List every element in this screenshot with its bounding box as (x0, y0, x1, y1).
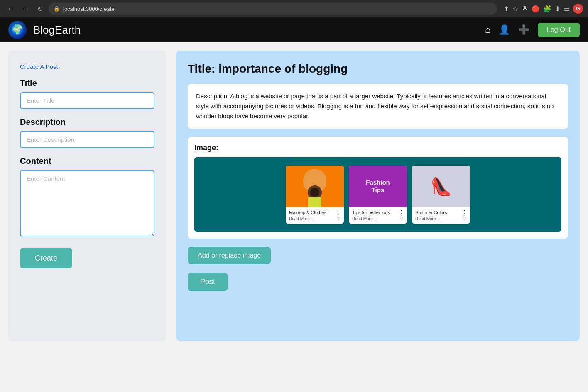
preview-description: Description: A blog is a website or page… (188, 84, 568, 129)
card-footer-3: Summer Colors ⋮ Read More → ♡ (412, 207, 470, 224)
preview-title: Title: importance of blogging (188, 62, 568, 75)
title-input[interactable] (20, 92, 154, 109)
card-readmore-2[interactable]: Read More → (352, 217, 378, 221)
add-icon[interactable]: ➕ (518, 24, 529, 35)
card-image-2: FashionTips (349, 166, 407, 207)
card-readmore-1[interactable]: Read More → (289, 217, 315, 221)
card-readmore-3[interactable]: Read More → (415, 217, 441, 221)
download-icon[interactable]: ⬇ (555, 5, 560, 13)
create-post-panel: Create A Post Title Description Content … (8, 51, 166, 341)
card-heart-1[interactable]: ♡ (337, 217, 341, 221)
bookmark-icon[interactable]: ☆ (512, 5, 518, 13)
logo-emoji: 🌍 (11, 24, 24, 36)
back-button[interactable]: ← (5, 3, 17, 14)
card-title-3: Summer Colors (415, 210, 447, 215)
card-menu-2[interactable]: ⋮ (399, 209, 404, 215)
gallery-card-1: Makeup & Clothes ⋮ Read More → ♡ (286, 166, 344, 224)
user-avatar[interactable]: G (573, 4, 583, 14)
content-input[interactable] (20, 170, 154, 236)
app-title: BlogEarth (33, 24, 478, 37)
card-title-2: Tips for better look (352, 210, 390, 215)
app-header: 🌍 BlogEarth ⌂ 👤 ➕ Log Out (0, 17, 588, 42)
panel-subtitle: Create A Post (20, 63, 154, 70)
gallery-card-3: 👠 Summer Colors ⋮ Read More → ♡ (412, 166, 470, 224)
image-label: Image: (194, 144, 561, 152)
post-button[interactable]: Post (188, 273, 228, 291)
card-image-1 (286, 166, 344, 207)
browser-chrome: ← → ↻ 🔒 localhost:3000/create ⬆ ☆ 👁 🔴 🧩 … (0, 0, 588, 17)
gallery-card-2: FashionTips Tips for better look ⋮ Read … (349, 166, 407, 224)
layout-icon[interactable]: ▭ (564, 5, 570, 13)
preview-panel: Title: importance of blogging Descriptio… (176, 51, 580, 341)
card-image-3: 👠 (412, 166, 470, 207)
image-gallery: Makeup & Clothes ⋮ Read More → ♡ Fashion… (194, 157, 561, 232)
circle-icon[interactable]: 🔴 (532, 5, 540, 13)
description-input[interactable] (20, 131, 154, 148)
title-label: Title (20, 78, 154, 88)
image-section: Image: Ma (188, 137, 568, 239)
content-label: Content (20, 156, 154, 166)
logout-button[interactable]: Log Out (538, 23, 580, 37)
card-footer-2: Tips for better look ⋮ Read More → ♡ (349, 207, 407, 224)
main-content: Create A Post Title Description Content … (0, 42, 588, 392)
profile-icon[interactable]: 👤 (499, 24, 510, 35)
card-footer-1: Makeup & Clothes ⋮ Read More → ♡ (286, 207, 344, 224)
create-button[interactable]: Create (20, 248, 72, 268)
url-text: localhost:3000/create (63, 6, 115, 12)
share-icon[interactable]: ⬆ (504, 5, 509, 13)
puzzle-icon[interactable]: 🧩 (543, 5, 551, 13)
home-icon[interactable]: ⌂ (485, 24, 490, 35)
card-menu-1[interactable]: ⋮ (336, 209, 341, 215)
header-icons: ⌂ 👤 ➕ Log Out (485, 23, 580, 37)
description-label: Description (20, 117, 154, 127)
browser-action-icons: ⬆ ☆ 👁 🔴 🧩 ⬇ ▭ G (504, 4, 583, 14)
extension-icon[interactable]: 👁 (522, 5, 528, 12)
add-image-button[interactable]: Add or replace image (188, 247, 271, 264)
reload-button[interactable]: ↻ (35, 3, 45, 15)
card-heart-2[interactable]: ♡ (400, 217, 404, 221)
card-title-1: Makeup & Clothes (289, 210, 326, 215)
lock-icon: 🔒 (54, 6, 60, 12)
card-heart-3[interactable]: ♡ (463, 217, 467, 221)
url-bar[interactable]: 🔒 localhost:3000/create (49, 3, 497, 15)
app-logo: 🌍 (8, 21, 27, 39)
forward-button[interactable]: → (20, 3, 32, 14)
card-menu-3[interactable]: ⋮ (462, 209, 467, 215)
